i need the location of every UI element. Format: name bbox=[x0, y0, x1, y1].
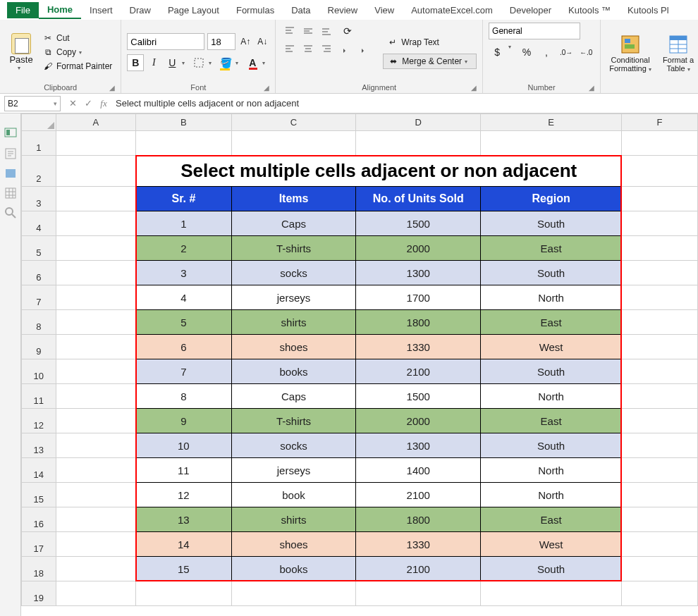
tab-insert[interactable]: Insert bbox=[81, 2, 121, 18]
merge-center-button[interactable]: ⬌ Merge & Center ▾ bbox=[383, 54, 477, 69]
bold-button[interactable]: B bbox=[127, 54, 144, 71]
cell-A16[interactable] bbox=[56, 507, 136, 532]
cut-button[interactable]: ✂ Cut bbox=[39, 32, 115, 44]
workbook-icon[interactable] bbox=[4, 167, 17, 180]
align-middle-button[interactable] bbox=[300, 23, 317, 39]
column-header-F[interactable]: F bbox=[622, 114, 698, 131]
cell-B4[interactable]: 1 bbox=[136, 211, 231, 236]
align-center-button[interactable] bbox=[300, 41, 317, 58]
cell-B10[interactable]: 7 bbox=[136, 359, 231, 384]
cell-B9[interactable]: 6 bbox=[136, 335, 231, 359]
underline-button[interactable]: U bbox=[164, 54, 180, 71]
cell-E12[interactable]: East bbox=[481, 409, 622, 433]
row-header-1[interactable]: 1 bbox=[22, 131, 56, 156]
column-header-C[interactable]: C bbox=[231, 114, 356, 131]
cell-C10[interactable]: books bbox=[231, 359, 356, 384]
cell-F7[interactable] bbox=[622, 285, 698, 310]
dialog-launcher-icon[interactable]: ◢ bbox=[264, 84, 269, 92]
cell-D13[interactable]: 1300 bbox=[356, 433, 481, 458]
paste-button[interactable]: Paste ▾ bbox=[6, 23, 37, 82]
row-header-13[interactable]: 13 bbox=[22, 433, 56, 458]
cell-D19[interactable] bbox=[356, 581, 481, 606]
tab-view[interactable]: View bbox=[366, 2, 403, 18]
chevron-down-icon[interactable]: ▾ bbox=[508, 44, 515, 61]
dialog-launcher-icon[interactable]: ◢ bbox=[471, 84, 477, 92]
cell-C11[interactable]: Caps bbox=[231, 384, 356, 409]
dialog-launcher-icon[interactable]: ◢ bbox=[109, 84, 115, 92]
cell-E18[interactable]: South bbox=[481, 557, 622, 581]
cell-F5[interactable] bbox=[622, 236, 698, 261]
cell-C12[interactable]: T-shirts bbox=[231, 409, 356, 433]
cell-F6[interactable] bbox=[622, 261, 698, 285]
cell-D18[interactable]: 2100 bbox=[356, 557, 481, 581]
cell-A14[interactable] bbox=[56, 458, 136, 483]
cell-A1[interactable] bbox=[56, 131, 136, 156]
cell-A8[interactable] bbox=[56, 310, 136, 335]
decrease-decimal-button[interactable]: ←.0 bbox=[577, 44, 594, 61]
cell-F4[interactable] bbox=[622, 211, 698, 236]
cell-D15[interactable]: 2100 bbox=[356, 483, 481, 507]
cell-A18[interactable] bbox=[56, 557, 136, 581]
tab-formulas[interactable]: Formulas bbox=[228, 2, 283, 18]
cell-A13[interactable] bbox=[56, 433, 136, 458]
cell-B16[interactable]: 13 bbox=[136, 507, 231, 532]
enter-formula-button[interactable]: ✓ bbox=[80, 98, 96, 109]
tab-page-layout[interactable]: Page Layout bbox=[159, 2, 228, 18]
chevron-down-icon[interactable]: ▾ bbox=[209, 60, 216, 66]
cell-D16[interactable]: 1800 bbox=[356, 507, 481, 532]
cell-F8[interactable] bbox=[622, 310, 698, 335]
cell-A17[interactable] bbox=[56, 532, 136, 557]
cell-E11[interactable]: North bbox=[481, 384, 622, 409]
cell-D10[interactable]: 2100 bbox=[356, 359, 481, 384]
cell-A9[interactable] bbox=[56, 335, 136, 359]
increase-font-button[interactable]: A↑ bbox=[238, 35, 252, 49]
row-header-16[interactable]: 16 bbox=[22, 507, 56, 532]
cell-D6[interactable]: 1300 bbox=[356, 261, 481, 285]
cell-F19[interactable] bbox=[622, 581, 698, 606]
cell-D7[interactable]: 1700 bbox=[356, 285, 481, 310]
header-region[interactable]: Region bbox=[481, 187, 622, 211]
chevron-down-icon[interactable]: ▾ bbox=[235, 60, 243, 66]
currency-button[interactable]: $ bbox=[489, 44, 506, 61]
cell-E9[interactable]: West bbox=[481, 335, 622, 359]
increase-decimal-button[interactable]: .0→ bbox=[558, 44, 575, 61]
tab-review[interactable]: Review bbox=[319, 2, 367, 18]
cell-B18[interactable]: 15 bbox=[136, 557, 231, 581]
chevron-down-icon[interactable]: ▾ bbox=[182, 60, 189, 66]
wrap-text-button[interactable]: ↵ Wrap Text bbox=[383, 35, 477, 49]
row-header-17[interactable]: 17 bbox=[22, 532, 56, 557]
align-right-button[interactable] bbox=[318, 41, 335, 58]
formula-input[interactable]: Select multiple cells adjacent or non ad… bbox=[111, 98, 698, 109]
chevron-down-icon[interactable]: ▾ bbox=[54, 100, 57, 107]
cell-D1[interactable] bbox=[356, 131, 481, 156]
cell-B17[interactable]: 14 bbox=[136, 532, 231, 557]
cell-E6[interactable]: South bbox=[481, 261, 622, 285]
cell-E13[interactable]: South bbox=[481, 433, 622, 458]
cell-E16[interactable]: East bbox=[481, 507, 622, 532]
copy-button[interactable]: ⧉ Copy ▾ bbox=[39, 46, 115, 58]
font-color-button[interactable]: A bbox=[244, 54, 261, 71]
tab-draw[interactable]: Draw bbox=[121, 2, 159, 18]
cell-C4[interactable]: Caps bbox=[231, 211, 356, 236]
cell-A4[interactable] bbox=[56, 211, 136, 236]
cell-A5[interactable] bbox=[56, 236, 136, 261]
cell-B8[interactable]: 5 bbox=[136, 310, 231, 335]
align-left-button[interactable] bbox=[281, 41, 298, 58]
cell-B5[interactable]: 2 bbox=[136, 236, 231, 261]
cell-B19[interactable] bbox=[136, 581, 231, 606]
tab-data[interactable]: Data bbox=[283, 2, 319, 18]
autotext-icon[interactable] bbox=[4, 147, 17, 160]
row-header-10[interactable]: 10 bbox=[22, 359, 56, 384]
cell-F17[interactable] bbox=[622, 532, 698, 557]
format-painter-button[interactable]: 🖌 Format Painter bbox=[39, 60, 115, 73]
cell-E15[interactable]: North bbox=[481, 483, 622, 507]
row-header-2[interactable]: 2 bbox=[22, 156, 56, 187]
cell-B7[interactable]: 4 bbox=[136, 285, 231, 310]
cell-B15[interactable]: 12 bbox=[136, 483, 231, 507]
tab-developer[interactable]: Developer bbox=[501, 2, 560, 18]
cell-E5[interactable]: East bbox=[481, 236, 622, 261]
header-units[interactable]: No. of Units Sold bbox=[356, 187, 481, 211]
cell-E19[interactable] bbox=[481, 581, 622, 606]
cell-B12[interactable]: 9 bbox=[136, 409, 231, 433]
header-items[interactable]: Items bbox=[231, 187, 356, 211]
